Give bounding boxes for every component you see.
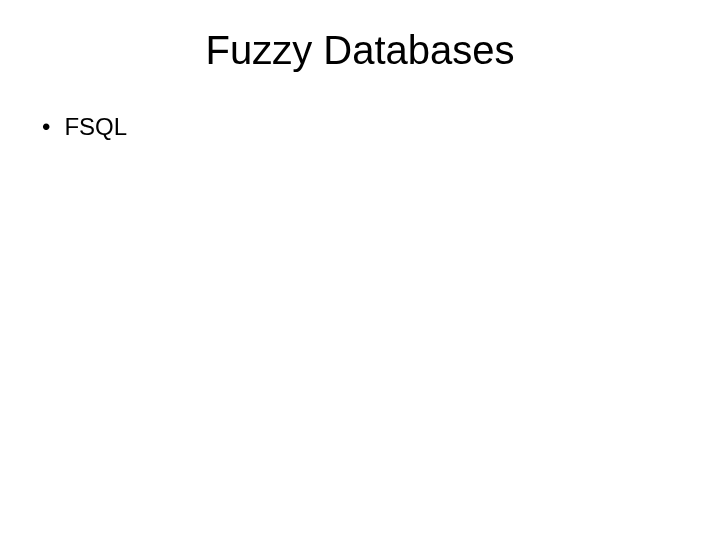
slide-container: Fuzzy Databases • FSQL (0, 0, 720, 540)
slide-title: Fuzzy Databases (40, 28, 680, 73)
bullet-text: FSQL (64, 113, 127, 141)
list-item: • FSQL (40, 113, 680, 141)
bullet-icon: • (42, 113, 50, 141)
slide-content: • FSQL (40, 113, 680, 141)
